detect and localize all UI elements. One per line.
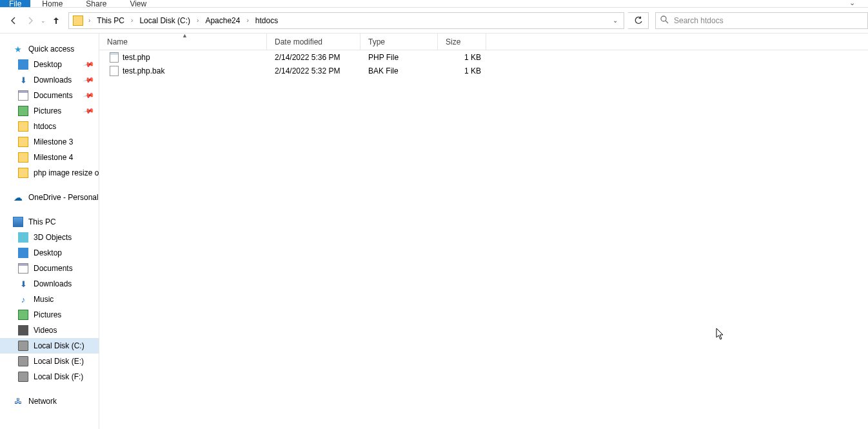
- tab-file[interactable]: File: [0, 0, 30, 7]
- sidebar-item-label: Downloads: [34, 75, 72, 85]
- nav-forward-button[interactable]: [22, 12, 39, 30]
- expand-ribbon-icon[interactable]: ⌄: [849, 0, 855, 7]
- file-list-pane: Name ▲ Date modified Type Size test.php2…: [99, 34, 868, 429]
- tab-home[interactable]: Home: [30, 0, 74, 7]
- file-type: PHP File: [360, 53, 438, 62]
- sidebar-item[interactable]: Downloads: [0, 276, 99, 292]
- crumb-this-pc[interactable]: This PC: [93, 15, 128, 26]
- sidebar-item[interactable]: Documents📌: [0, 88, 99, 103]
- file-type: BAK File: [360, 66, 438, 75]
- breadcrumb: › This PC › Local Disk (C:) › Apache24 ›…: [87, 15, 609, 26]
- nav-recent-dropdown[interactable]: ⌄: [39, 12, 48, 30]
- column-header-type[interactable]: Type: [360, 34, 438, 50]
- file-size: 1 KB: [438, 53, 486, 62]
- crumb-local-disk-c[interactable]: Local Disk (C:): [135, 15, 194, 26]
- network-icon: [13, 396, 23, 406]
- pin-icon: 📌: [83, 105, 95, 117]
- sidebar-item-label: Pictures: [34, 106, 61, 115]
- column-header-size[interactable]: Size: [438, 34, 486, 50]
- chevron-right-icon[interactable]: ›: [130, 17, 134, 24]
- search-box[interactable]: [655, 12, 868, 29]
- sidebar-item-label: Videos: [34, 326, 57, 335]
- star-icon: [13, 44, 23, 54]
- sidebar-this-pc[interactable]: This PC: [0, 214, 99, 230]
- column-headers: Name ▲ Date modified Type Size: [99, 34, 868, 50]
- sidebar-onedrive[interactable]: OneDrive - Personal: [0, 190, 99, 205]
- tab-view[interactable]: View: [118, 0, 158, 7]
- folder-icon: [73, 15, 83, 26]
- address-dropdown-icon[interactable]: ⌄: [609, 17, 621, 24]
- sidebar-item-label: Quick access: [28, 45, 74, 54]
- sidebar-item-label: Pictures: [34, 310, 61, 319]
- navigation-bar: ⌄ › This PC › Local Disk (C:) › Apache24…: [0, 8, 868, 34]
- disk-icon: [18, 372, 28, 382]
- sidebar-item[interactable]: Music: [0, 292, 99, 307]
- sidebar-item-label: Desktop: [34, 60, 62, 69]
- svg-point-0: [661, 16, 666, 21]
- sidebar-item[interactable]: Documents: [0, 261, 99, 276]
- search-input[interactable]: [674, 16, 863, 25]
- sidebar-item-label: Milestone 3: [34, 137, 73, 146]
- sidebar-item[interactable]: Pictures📌: [0, 103, 99, 119]
- doc-icon: [18, 90, 28, 101]
- file-date: 2/14/2022 5:36 PM: [267, 53, 360, 62]
- nav-back-button[interactable]: [5, 12, 22, 30]
- sidebar-item-label: Milestone 4: [34, 153, 73, 162]
- pc-icon: [13, 217, 23, 227]
- file-row[interactable]: test.php2/14/2022 5:36 PMPHP File1 KB: [99, 50, 868, 64]
- pin-icon: 📌: [83, 90, 95, 102]
- crumb-htdocs[interactable]: htdocs: [252, 15, 282, 26]
- column-header-name[interactable]: Name ▲: [99, 34, 267, 50]
- column-label: Name: [107, 37, 128, 46]
- music-icon: [18, 294, 28, 304]
- crumb-apache24[interactable]: Apache24: [201, 15, 244, 26]
- folder-icon: [18, 152, 28, 163]
- disk-icon: [18, 341, 28, 351]
- sidebar-item[interactable]: Pictures: [0, 307, 99, 323]
- sidebar-item-label: Documents: [34, 264, 73, 273]
- sort-ascending-icon: ▲: [182, 32, 188, 39]
- pin-icon: 📌: [83, 59, 95, 71]
- sidebar-item[interactable]: Local Disk (C:): [0, 338, 99, 354]
- chevron-right-icon[interactable]: ›: [245, 17, 250, 24]
- sidebar-item[interactable]: Milestone 3: [0, 134, 99, 150]
- tab-share[interactable]: Share: [74, 0, 118, 7]
- file-row[interactable]: test.php.bak2/14/2022 5:32 PMBAK File1 K…: [99, 64, 868, 77]
- sidebar-item[interactable]: php image resize or: [0, 165, 99, 181]
- sidebar-item[interactable]: Local Disk (F:): [0, 369, 99, 384]
- sidebar-item-label: htdocs: [34, 122, 56, 131]
- sidebar-item[interactable]: Milestone 4: [0, 150, 99, 165]
- file-icon: [110, 52, 119, 63]
- refresh-button[interactable]: [628, 12, 649, 29]
- desktop-icon: [18, 59, 28, 70]
- sidebar-item[interactable]: Desktop📌: [0, 57, 99, 72]
- sidebar-item-label: 3D Objects: [34, 233, 72, 242]
- sidebar-item-label: Local Disk (F:): [34, 372, 83, 381]
- folder-icon: [18, 121, 28, 132]
- file-size: 1 KB: [438, 66, 486, 75]
- sidebar-item-label: Downloads: [34, 279, 72, 288]
- sidebar-item-label: Desktop: [34, 248, 62, 257]
- doc-icon: [18, 263, 28, 274]
- chevron-right-icon[interactable]: ›: [87, 17, 92, 24]
- nav-up-button[interactable]: [48, 12, 64, 30]
- pic-icon: [18, 310, 28, 320]
- search-icon: [660, 15, 669, 26]
- sidebar-network[interactable]: Network: [0, 394, 99, 409]
- sidebar-item[interactable]: 3D Objects: [0, 230, 99, 245]
- downarrow-icon: [18, 75, 28, 85]
- sidebar-item[interactable]: Videos: [0, 323, 99, 338]
- sidebar-item[interactable]: Local Disk (E:): [0, 354, 99, 369]
- sidebar-item-label: Network: [28, 397, 57, 406]
- downarrow-icon: [18, 279, 28, 289]
- cloud-icon: [13, 192, 23, 203]
- sidebar-item[interactable]: Desktop: [0, 245, 99, 261]
- sidebar-item[interactable]: Downloads📌: [0, 72, 99, 88]
- disk-icon: [18, 356, 28, 366]
- sidebar-item[interactable]: htdocs: [0, 119, 99, 134]
- file-icon: [110, 66, 119, 76]
- chevron-right-icon[interactable]: ›: [195, 17, 200, 24]
- address-bar[interactable]: › This PC › Local Disk (C:) › Apache24 ›…: [68, 12, 624, 29]
- column-header-date[interactable]: Date modified: [267, 34, 360, 50]
- sidebar-quick-access[interactable]: Quick access: [0, 41, 99, 57]
